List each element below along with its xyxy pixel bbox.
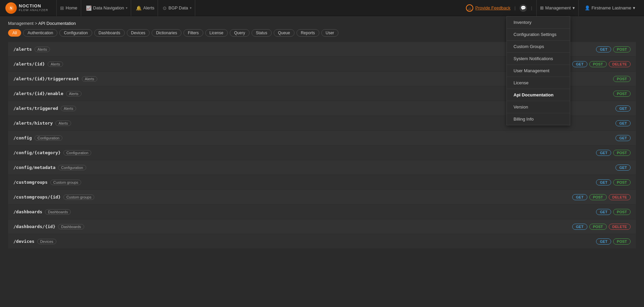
chevron-down-icon: ▾: [126, 6, 127, 10]
api-tag: Custom groups: [63, 194, 95, 200]
api-methods: GET: [615, 120, 631, 126]
api-tag: Dashboards: [45, 209, 71, 215]
user-icon: 👤: [585, 5, 590, 10]
separator-2: |: [530, 5, 533, 10]
api-tag: Alerts: [61, 106, 76, 111]
filter-reports[interactable]: Reports: [297, 29, 319, 37]
method-get-badge: GET: [615, 120, 631, 126]
nav-alerts[interactable]: 🔔 Alerts: [132, 0, 158, 16]
chat-icon[interactable]: 💬: [520, 4, 527, 12]
dropdown-user-management[interactable]: User Management: [507, 65, 570, 77]
filter-dictionaries[interactable]: Dictionaries: [152, 29, 181, 37]
dropdown-system-notifications[interactable]: System Notifications: [507, 53, 570, 65]
filter-query[interactable]: Query: [230, 29, 250, 37]
api-methods: GETPOSTDELETE: [572, 61, 631, 67]
method-get-badge: GET: [615, 165, 631, 171]
nav-bgp-data[interactable]: ⊙ BGP Data ▾: [159, 0, 195, 16]
filter-license[interactable]: License: [205, 29, 228, 37]
method-get-badge: GET: [572, 194, 587, 200]
api-methods: GETPOST: [596, 179, 631, 185]
api-methods: GETPOST: [596, 46, 631, 52]
api-row[interactable]: /customgroups/{id} Custom groups GETPOST…: [8, 190, 636, 205]
api-row[interactable]: /dashboards/{id} Dashboards GETPOSTDELET…: [8, 219, 636, 234]
api-row[interactable]: /dashboards Dashboards GETPOST: [8, 205, 636, 219]
api-path: /alerts/{id}: [13, 61, 45, 67]
api-tag: Dashboards: [58, 224, 84, 229]
method-post-badge: POST: [613, 179, 631, 185]
bgp-icon: ⊙: [163, 5, 167, 11]
feedback-icon: →: [466, 4, 473, 12]
method-post-badge: POST: [613, 46, 631, 52]
dropdown-billing-info[interactable]: Billing Info: [507, 113, 570, 125]
dropdown-inventory[interactable]: Inventory: [507, 16, 570, 29]
nav-home[interactable]: ⊞ Home: [56, 0, 81, 16]
api-path: /alerts/{id}/triggerreset: [13, 76, 79, 81]
api-path: /devices: [13, 239, 35, 244]
method-get-badge: GET: [596, 238, 611, 245]
method-get-badge: GET: [596, 46, 611, 52]
method-post-badge: POST: [613, 150, 631, 156]
breadcrumb-separator: >: [35, 21, 38, 26]
dropdown-license[interactable]: License: [507, 77, 570, 89]
method-delete-badge: DELETE: [609, 194, 631, 200]
api-methods: GET: [615, 165, 631, 171]
api-path: /customgroups: [13, 180, 48, 185]
api-path: /alerts/triggered: [13, 106, 58, 111]
management-grid-icon: ⊞: [540, 5, 544, 10]
filter-status[interactable]: Status: [252, 29, 272, 37]
api-row[interactable]: /customgroups Custom groups GETPOST: [8, 175, 636, 190]
api-methods: GET: [615, 135, 631, 141]
dropdown-configuration-settings[interactable]: Configuration Settings: [507, 29, 570, 41]
management-chevron-icon: ▾: [573, 5, 575, 10]
method-post-badge: POST: [613, 91, 631, 97]
api-path: /alerts/{id}/enable: [13, 91, 63, 96]
api-row[interactable]: /config/metadata Configuration GET: [8, 160, 636, 175]
dropdown-custom-groups[interactable]: Custom Groups: [507, 41, 570, 53]
api-tag: Devices: [37, 239, 56, 244]
api-tag: Alerts: [66, 91, 82, 96]
api-path: /dashboards/{id}: [13, 224, 55, 229]
breadcrumb-parent[interactable]: Management: [8, 21, 34, 26]
dropdown-api-documentation[interactable]: Api Documentation: [507, 89, 570, 101]
filter-user[interactable]: User: [321, 29, 338, 37]
api-methods: GETPOSTDELETE: [572, 194, 631, 200]
api-methods: GETPOST: [596, 238, 631, 245]
api-methods: POST: [613, 91, 631, 97]
logo-icon: N: [5, 2, 17, 14]
api-row[interactable]: /config/{category} Configuration GETPOST: [8, 145, 636, 160]
api-path: /config: [13, 135, 32, 140]
chevron-down-icon-2: ▾: [190, 6, 192, 10]
nav-data-nav-label: Data Navigation: [93, 5, 124, 10]
provide-feedback-button[interactable]: → Provide Feedback: [466, 4, 511, 12]
method-post-badge: POST: [589, 194, 607, 200]
nav-alerts-label: Alerts: [143, 5, 154, 10]
bell-icon: 🔔: [136, 5, 142, 11]
user-chevron-icon: ▾: [633, 5, 635, 10]
filter-queue[interactable]: Queue: [274, 29, 294, 37]
filter-configuration[interactable]: Configuration: [59, 29, 92, 37]
api-methods: GETPOST: [596, 209, 631, 215]
logo-sub: FLOW ANALYZER: [19, 9, 48, 12]
filter-all[interactable]: All: [8, 29, 21, 37]
logo-area[interactable]: N NOCTION FLOW ANALYZER: [5, 2, 48, 14]
api-path: /alerts/history: [13, 121, 53, 126]
filter-dashboards[interactable]: Dashboards: [94, 29, 125, 37]
filter-authentication[interactable]: Authentication: [23, 29, 57, 37]
management-button[interactable]: ⊞ Management ▾: [536, 0, 579, 16]
filter-devices[interactable]: Devices: [127, 29, 150, 37]
method-post-badge: POST: [589, 224, 607, 230]
filter-filters[interactable]: Filters: [183, 29, 203, 37]
nav-bgp-label: BGP Data: [168, 5, 188, 10]
api-row[interactable]: /config Configuration GET: [8, 131, 636, 145]
method-post-badge: POST: [613, 209, 631, 215]
breadcrumb-current: API Documentation: [38, 21, 76, 26]
nav-items: ⊞ Home 📈 Data Navigation ▾ 🔔 Alerts ⊙ BG…: [56, 0, 466, 16]
api-tag: Configuration: [63, 150, 91, 156]
method-delete-badge: DELETE: [609, 224, 631, 230]
api-tag: Alerts: [35, 47, 50, 52]
nav-data-navigation[interactable]: 📈 Data Navigation ▾: [83, 0, 131, 16]
api-tag: Configuration: [58, 165, 86, 170]
api-row[interactable]: /devices Devices GETPOST: [8, 234, 636, 249]
user-button[interactable]: 👤 Firstname Lastname ▾: [581, 0, 639, 16]
dropdown-version[interactable]: Version: [507, 101, 570, 113]
